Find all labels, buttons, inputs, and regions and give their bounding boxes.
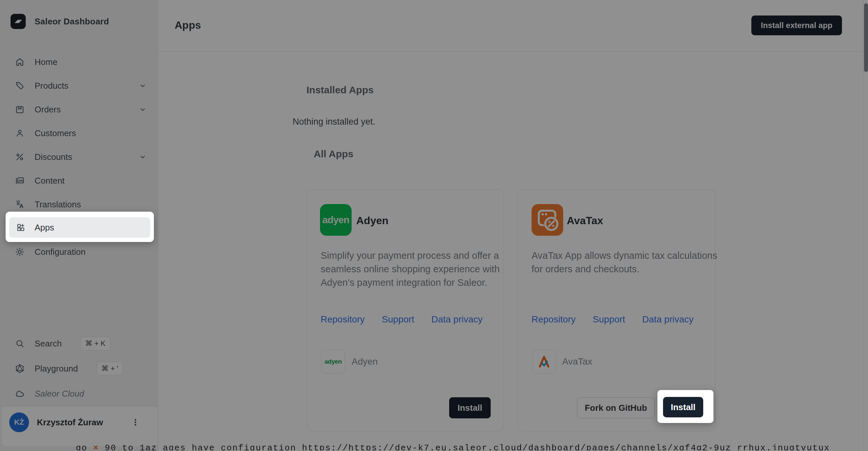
fork-on-github-button[interactable]: Fork on GitHub <box>577 397 655 418</box>
gear-icon <box>15 247 25 257</box>
installed-apps-empty-text: Nothing installed yet. <box>292 117 375 127</box>
user-name: Krzysztof Żuraw <box>37 407 103 438</box>
tag-icon <box>15 81 25 91</box>
app-card-description: Simplify your payment process and offer … <box>321 249 500 290</box>
sidebar-item-search[interactable]: Search ⌘ + K <box>0 331 158 356</box>
sidebar-item-label: Discounts <box>35 152 72 162</box>
sidebar-item-label: Apps <box>35 222 54 233</box>
support-link[interactable]: Support <box>382 314 414 325</box>
sidebar-item-products[interactable]: Products <box>0 74 158 98</box>
sidebar-item-label: Customers <box>35 128 76 139</box>
sidebar-item-configuration[interactable]: Configuration <box>0 240 158 264</box>
bottom-cutoff-text: go × 90 to 1az ages have configuration h… <box>76 444 860 450</box>
all-apps-heading: All Apps <box>314 148 353 159</box>
playground-shortcut-badge: ⌘ + ' <box>97 362 123 375</box>
app-card-adyen: adyen Adyen Simplify your payment proces… <box>307 189 503 431</box>
avalara-a-icon <box>537 354 551 369</box>
scrollbar-track-border <box>863 0 863 451</box>
content-icon <box>15 176 25 186</box>
page-header: Apps Install external app <box>158 0 863 52</box>
avatax-logo-glyph <box>531 204 563 236</box>
sidebar-item-label: Orders <box>35 104 61 115</box>
sidebar-item-label: Configuration <box>35 247 86 257</box>
apps-spotlight: Apps <box>6 212 154 242</box>
cloud-icon <box>15 389 25 398</box>
app-card-description: AvaTax App allows dynamic tax calculatio… <box>531 249 718 276</box>
data-privacy-link[interactable]: Data privacy <box>642 314 694 325</box>
app-cards-row: adyen Adyen Simplify your payment proces… <box>307 189 716 431</box>
avatax-vendor-logo <box>532 350 556 373</box>
sidebar-item-label: Products <box>35 81 68 91</box>
orange-glyph: × <box>93 444 99 450</box>
installed-apps-heading: Installed Apps <box>307 84 374 96</box>
avatax-logo <box>531 204 563 236</box>
home-icon <box>15 57 25 67</box>
sidebar-item-saleor-cloud[interactable]: Saleor Cloud <box>0 381 158 406</box>
adyen-vendor-logo: adyen <box>321 350 345 373</box>
adyen-logo-text: adyen <box>322 214 349 226</box>
main-content: Apps Install external app Installed Apps… <box>158 0 868 451</box>
install-adyen-button[interactable]: Install <box>449 397 491 418</box>
search-icon <box>15 338 25 349</box>
install-external-app-button[interactable]: Install external app <box>751 16 842 35</box>
install-avatax-button[interactable]: Install <box>663 397 703 417</box>
person-icon <box>15 128 25 138</box>
apps-grid-icon <box>16 222 26 233</box>
support-link[interactable]: Support <box>593 314 625 325</box>
kebab-menu-icon[interactable] <box>128 415 143 429</box>
sidebar-item-playground[interactable]: Playground ⌘ + ' <box>0 356 158 381</box>
sidebar-item-content[interactable]: Content <box>0 169 158 192</box>
percent-icon <box>15 152 25 162</box>
sidebar-item-home[interactable]: Home <box>0 50 158 74</box>
repository-link[interactable]: Repository <box>321 314 365 325</box>
package-icon <box>15 104 25 114</box>
playground-label: Playground <box>35 364 78 374</box>
adyen-vendor-logo-text: adyen <box>324 358 342 365</box>
search-shortcut-badge: ⌘ + K <box>80 337 111 351</box>
sidebar-item-label: Home <box>35 57 57 67</box>
app-card-links: Repository Support Data privacy <box>321 314 483 325</box>
chevron-down-icon <box>139 82 146 89</box>
avatar: KŻ <box>9 413 29 432</box>
saleor-logo-icon <box>10 14 26 29</box>
app-card-title: AvaTax <box>567 214 603 227</box>
saleor-dashboard-screen: Saleor Dashboard Home Products Orders <box>0 0 868 451</box>
search-label: Search <box>35 338 62 349</box>
sidebar-tools: Search ⌘ + K Playground ⌘ + ' Saleor Clo… <box>0 331 158 406</box>
sidebar-item-orders[interactable]: Orders <box>0 98 158 121</box>
app-card-links: Repository Support Data privacy <box>531 314 694 325</box>
graphql-icon <box>15 364 25 373</box>
vendor-label: AvaTax <box>562 350 592 373</box>
saleor-cloud-label: Saleor Cloud <box>35 389 84 399</box>
chevron-down-icon <box>139 106 146 113</box>
user-menu[interactable]: KŻ Krzysztof Żuraw <box>2 407 158 446</box>
sidebar-item-apps[interactable]: Apps <box>9 217 150 238</box>
repository-link[interactable]: Repository <box>531 314 576 325</box>
sidebar-item-label: Translations <box>35 200 81 210</box>
data-privacy-link[interactable]: Data privacy <box>431 314 483 325</box>
translate-icon <box>15 200 25 209</box>
sidebar-item-label: Content <box>35 176 65 186</box>
sidebar-item-customers[interactable]: Customers <box>0 121 158 145</box>
vendor-label: Adyen <box>352 350 378 373</box>
page-title: Apps <box>175 19 201 31</box>
chevron-down-icon <box>139 153 146 160</box>
brand: Saleor Dashboard <box>10 14 109 29</box>
adyen-logo: adyen <box>320 204 352 236</box>
install-spotlight: Install <box>657 390 713 423</box>
scrollbar-thumb[interactable] <box>864 3 868 72</box>
sidebar-item-discounts[interactable]: Discounts <box>0 145 158 169</box>
brand-title: Saleor Dashboard <box>35 17 109 27</box>
app-card-title: Adyen <box>356 214 389 227</box>
